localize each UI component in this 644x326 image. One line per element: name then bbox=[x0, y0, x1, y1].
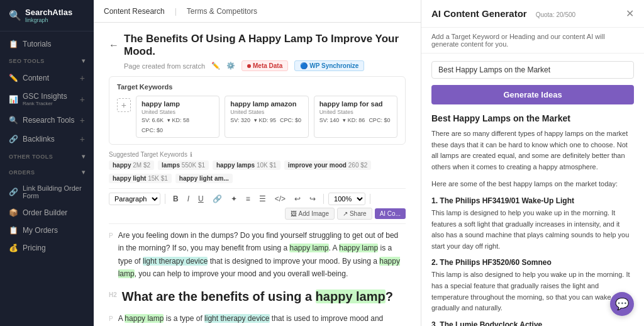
suggested-tag-4[interactable]: happy light 15K $1 bbox=[109, 174, 172, 183]
sidebar-item-tutorials[interactable]: 📋 Tutorials bbox=[0, 35, 94, 53]
italic-button[interactable]: I bbox=[184, 193, 192, 205]
meta-data-badge[interactable]: Meta Data bbox=[242, 60, 288, 71]
content-para1: P Are you feeling down in the dumps? Do … bbox=[109, 229, 406, 281]
add-image-button[interactable]: 🖼 Add Image bbox=[285, 208, 335, 220]
keywords-grid: happy lamp United States SV: 6.6K ▾ KD: … bbox=[136, 96, 397, 138]
chat-bubble-button[interactable]: 💬 bbox=[610, 292, 634, 316]
ai-panel: AI Content Generator Quota: 20/500 ✕ Add… bbox=[421, 0, 644, 326]
content-h2: H2 What are the benefits of using a happ… bbox=[109, 286, 406, 307]
generate-ideas-button[interactable]: Generate Ideas bbox=[431, 85, 634, 104]
suggested-tag-3[interactable]: improve your mood 260 $2 bbox=[284, 160, 372, 170]
suggested-tag-1[interactable]: lamps 550K $1 bbox=[158, 160, 209, 170]
topbar-content-research[interactable]: Content Research bbox=[104, 7, 165, 16]
ai-result-list-intro: Here are some of the best happy lamps on… bbox=[431, 179, 634, 190]
kw-stats-1: SV: 320 ▾ KD: 95 CPC: $0 bbox=[230, 117, 303, 123]
pricing-icon: 💰 bbox=[9, 244, 18, 252]
undo-button[interactable]: ↩ bbox=[291, 193, 304, 205]
backlinks-icon: 🔗 bbox=[9, 135, 18, 143]
research-plus[interactable]: + bbox=[80, 115, 85, 125]
gsc-plus[interactable]: + bbox=[80, 94, 85, 104]
badge-dot bbox=[247, 64, 251, 68]
ordered-list-button[interactable]: ☰ bbox=[256, 193, 269, 205]
highlight-button[interactable]: ✦ bbox=[228, 193, 240, 205]
editor-toolbar: Paragraph B I U 🔗 ✦ ≡ ☰ </> ↩ ↪ 100% 🖼 A… bbox=[109, 188, 406, 224]
kw-country-0: United States bbox=[142, 109, 214, 115]
bold-button[interactable]: B bbox=[170, 193, 182, 205]
research-icon: 🔍 bbox=[9, 116, 18, 125]
paragraph-select[interactable]: Paragraph bbox=[109, 193, 160, 205]
share-button[interactable]: ↗ Share bbox=[337, 208, 372, 220]
chat-icon: 💬 bbox=[615, 297, 629, 311]
sidebar-item-backlinks[interactable]: 🔗 Backlinks + bbox=[0, 130, 94, 149]
gsc-icon: 📊 bbox=[9, 95, 18, 104]
ai-panel-body: Generate Ideas Best Happy Lamps on the M… bbox=[421, 53, 644, 326]
ai-item-2-title: 3. The Lumie Bodyclock Active bbox=[431, 320, 634, 326]
zoom-select[interactable]: 100% bbox=[328, 193, 365, 205]
ai-keyword-input[interactable] bbox=[431, 61, 634, 79]
editor-title[interactable]: The Benefits Of Using A Happy Lamp To Im… bbox=[124, 33, 406, 58]
ai-result-intro: There are so many different types of hap… bbox=[431, 128, 634, 172]
sidebar-item-gsc[interactable]: 📊 GSC Insights Rank Tracker + bbox=[0, 87, 94, 111]
add-keyword-button[interactable]: + bbox=[117, 98, 131, 112]
kw-stats-0: SV: 6.6K ▾ KD: 58 CPC: $0 bbox=[142, 117, 214, 133]
kw-country-2: United States bbox=[319, 109, 392, 115]
topbar-separator: | bbox=[175, 7, 177, 16]
redo-button[interactable]: ↪ bbox=[306, 193, 319, 205]
kw-name-1: happy lamp amazon bbox=[230, 100, 303, 108]
ai-button[interactable]: AI Co... bbox=[375, 208, 406, 219]
seo-tools-section: SEO TOOLS ▾ bbox=[0, 53, 94, 69]
orders-chevron[interactable]: ▾ bbox=[82, 169, 85, 176]
target-keywords-section: Target Keywords + happy lamp United Stat… bbox=[109, 76, 406, 145]
settings-icon[interactable]: ⚙️ bbox=[226, 62, 235, 70]
keyword-card-0: happy lamp United States SV: 6.6K ▾ KD: … bbox=[136, 96, 219, 138]
unordered-list-button[interactable]: ≡ bbox=[243, 193, 253, 205]
ai-result-item-1: 2. The Philips HF3520/60 Somneo This lam… bbox=[431, 258, 634, 313]
orders-section: ORDERS ▾ bbox=[0, 164, 94, 180]
ai-panel-header: AI Content Generator Quota: 20/500 ✕ bbox=[421, 0, 644, 28]
kw-name-2: happy lamp for sad bbox=[319, 100, 392, 108]
backlinks-plus[interactable]: + bbox=[80, 134, 85, 144]
content-plus[interactable]: + bbox=[80, 73, 85, 83]
ai-result-item-0: 1. The Philips HF3419/01 Wake-Up Light T… bbox=[431, 196, 634, 252]
underline-button[interactable]: U bbox=[195, 193, 207, 205]
ai-panel-description: Add a Target Keyword or Heading and our … bbox=[421, 28, 644, 53]
ai-item-1-title: 2. The Philips HF3520/60 Somneo bbox=[431, 258, 634, 267]
other-tools-section: OTHER TOOLS ▾ bbox=[0, 149, 94, 164]
link-button[interactable]: 🔗 bbox=[209, 193, 225, 205]
kw-sv-label: SV: bbox=[142, 117, 152, 123]
back-button[interactable]: ← bbox=[109, 40, 119, 51]
sidebar-item-my-orders[interactable]: 📋 My Orders bbox=[0, 222, 94, 239]
sidebar-item-content[interactable]: ✏️ Content + bbox=[0, 69, 94, 87]
suggested-section: Suggested Target Keywords ℹ happy 2M $2 … bbox=[109, 151, 406, 183]
ai-item-1-desc: This lamp is also designed to help you w… bbox=[431, 269, 634, 313]
content-icon: ✏️ bbox=[9, 74, 18, 82]
editor-meta-row: Page created from scratch ✏️ ⚙️ Meta Dat… bbox=[109, 60, 406, 71]
kw-country-1: United States bbox=[230, 109, 303, 115]
topbar-terms-competitors[interactable]: Terms & Competitors bbox=[187, 7, 257, 16]
suggested-tag-5[interactable]: happy light am... bbox=[175, 174, 233, 183]
topbar: Content Research | Terms & Competitors bbox=[94, 0, 421, 23]
sidebar: 🔍 SearchAtlas linkgraph 📋 Tutorials SEO … bbox=[0, 0, 94, 326]
toolbar-sep-2 bbox=[323, 194, 324, 204]
image-icon: 🖼 bbox=[291, 210, 297, 217]
suggested-tag-0[interactable]: happy 2M $2 bbox=[109, 160, 154, 170]
sidebar-item-order-builder[interactable]: 📦 Order Builder bbox=[0, 204, 94, 222]
ai-panel-close-button[interactable]: ✕ bbox=[626, 8, 634, 20]
sidebar-item-pricing[interactable]: 💰 Pricing bbox=[0, 239, 94, 257]
keyword-card-2: happy lamp for sad United States SV: 140… bbox=[314, 96, 397, 138]
suggested-tag-2[interactable]: happy lamps 10K $1 bbox=[213, 160, 280, 170]
wp-sync-badge[interactable]: 🔵 WP Synchronize bbox=[294, 60, 364, 71]
link-building-icon: 🔗 bbox=[9, 188, 18, 196]
other-tools-chevron[interactable]: ▾ bbox=[82, 153, 85, 160]
edit-icon[interactable]: ✏️ bbox=[211, 62, 220, 70]
ai-result-title: Best Happy Lamps on the Market bbox=[431, 113, 634, 123]
sidebar-item-research[interactable]: 🔍 Research Tools + bbox=[0, 111, 94, 130]
tutorials-icon: 📋 bbox=[9, 40, 18, 48]
seo-tools-chevron[interactable]: ▾ bbox=[82, 57, 85, 64]
code-button[interactable]: </> bbox=[272, 193, 289, 205]
page-created-label: Page created from scratch bbox=[124, 62, 205, 70]
sidebar-item-link-building[interactable]: 🔗 Link Building Order Form bbox=[0, 180, 94, 204]
editor-content: P Are you feeling down in the dumps? Do … bbox=[109, 229, 406, 326]
target-keywords-label: Target Keywords bbox=[117, 83, 397, 91]
suggested-tags: happy 2M $2 lamps 550K $1 happy lamps 10… bbox=[109, 160, 406, 183]
